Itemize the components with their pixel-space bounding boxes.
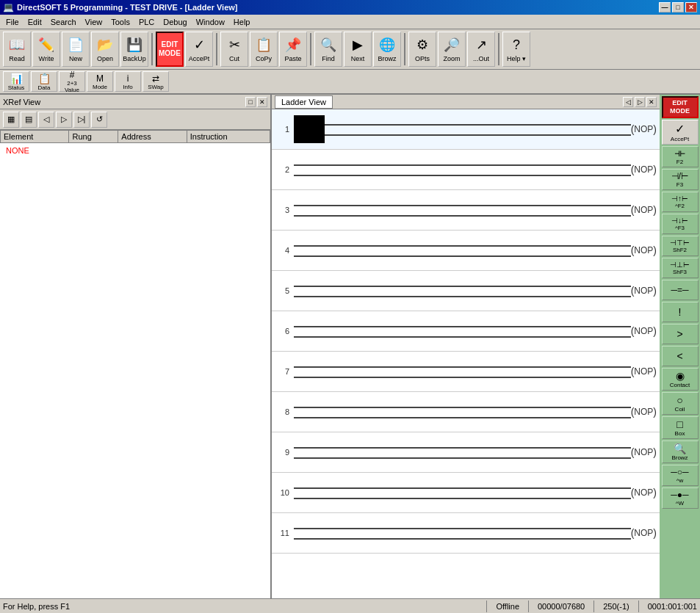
open-button[interactable]: 📂 Open <box>91 32 119 67</box>
value-label: 2+3 Value <box>59 80 84 93</box>
rung-number: 7 <box>272 367 294 376</box>
rs-greater-button[interactable]: > <box>662 324 699 344</box>
ladder-rung[interactable]: 9 ( NOP ) <box>272 432 660 473</box>
edit-mode-button[interactable]: EDITMODE <box>156 32 184 67</box>
maximize-button[interactable]: □ <box>672 2 684 12</box>
ladder-rung[interactable]: 2 ( NOP ) <box>272 150 660 190</box>
rs-less-button[interactable]: < <box>662 346 699 366</box>
rs-f2-button[interactable]: ⊣⊢ F2 <box>662 146 699 167</box>
status-divider-1 <box>486 601 487 612</box>
minimize-button[interactable]: — <box>659 2 671 12</box>
rs-shiftf2-button[interactable]: ⊣⊤⊢ ShF2 <box>662 236 699 256</box>
copy-button[interactable]: 📋 CoPy <box>250 32 278 67</box>
menu-debug[interactable]: Debug <box>159 15 191 29</box>
rs-ctrlf3-symbol: ⊣↓⊢ <box>671 217 688 225</box>
write-button[interactable]: ✏️ Write <box>32 32 60 67</box>
menu-window[interactable]: Window <box>192 15 229 29</box>
help-button[interactable]: ? Help ▾ <box>502 32 530 67</box>
ladder-rung[interactable]: 6 ( NOP ) <box>272 311 660 352</box>
ladder-rung[interactable]: 4 ( NOP ) <box>272 231 660 271</box>
ladder-rung[interactable]: 8 ( NOP ) <box>272 392 660 432</box>
ladder-rung[interactable]: 7 ( NOP ) <box>272 352 660 392</box>
browz-button[interactable]: 🌐 Browz <box>373 32 401 67</box>
backup-button[interactable]: 💾 BackUp <box>120 32 148 67</box>
value-button[interactable]: # 2+3 Value <box>59 71 85 92</box>
menu-plc[interactable]: PLC <box>134 15 159 29</box>
open-icon: 📂 <box>96 36 114 54</box>
rs-ctrlf2-button[interactable]: ⊣↑⊢ ^F2 <box>662 192 699 212</box>
rs-ctrlW-button[interactable]: ─●─ ^W <box>662 487 699 509</box>
ladder-close[interactable]: ✕ <box>646 97 657 107</box>
paste-icon: 📌 <box>284 36 302 54</box>
ladder-rung[interactable]: 5 ( NOP ) <box>272 271 660 311</box>
menu-file[interactable]: File <box>1 15 24 29</box>
rs-ctrlf3-button[interactable]: ⊣↓⊢ ^F3 <box>662 214 699 234</box>
rs-contact-button[interactable]: ◉ Contact <box>662 368 699 391</box>
rs-f3-button[interactable]: ⊣/⊢ F3 <box>662 169 699 190</box>
find-label: Find <box>322 55 335 62</box>
rs-browz-button[interactable]: 🔍 Browz <box>662 440 699 463</box>
opts-button[interactable]: ⚙ OPts <box>408 32 436 67</box>
accept-button[interactable]: ✓ AccePt <box>185 32 213 67</box>
rs-ctrlw-button[interactable]: ─○─ ^w <box>662 465 699 486</box>
xref-refresh-button[interactable]: ↺ <box>91 112 107 128</box>
rs-coil-button[interactable]: ○ Coil <box>662 392 699 415</box>
read-label: Read <box>9 55 25 62</box>
rs-accept-button[interactable]: ✓ AccePt <box>662 120 699 145</box>
info-button[interactable]: i Info <box>115 71 141 92</box>
xref-nav-back-button[interactable]: ◁ <box>38 112 54 128</box>
rs-edit-mode-button[interactable]: EDITMODE <box>662 96 699 118</box>
rung-nop: ( NOP ) <box>631 527 660 539</box>
data-button[interactable]: 📋 Data <box>31 71 57 92</box>
menu-edit[interactable]: Edit <box>24 15 46 29</box>
new-button[interactable]: 📄 New <box>62 32 90 67</box>
mode-button[interactable]: M Mode <box>87 71 113 92</box>
close-button[interactable]: ✕ <box>685 2 697 12</box>
xref-panel-header: XRef View □ ✕ <box>0 95 270 109</box>
xref-resize-button[interactable]: □ <box>245 97 256 107</box>
swap-button[interactable]: ⇄ SWap <box>142 71 169 92</box>
rs-contact-label: Contact <box>670 382 690 388</box>
nop-label: NOP <box>634 124 653 134</box>
rung-nop: ( NOP ) <box>631 366 660 377</box>
xref-close-button[interactable]: ✕ <box>257 97 267 107</box>
find-button[interactable]: 🔍 Find <box>314 32 342 67</box>
ladder-nav-right[interactable]: ▷ <box>635 97 645 107</box>
rung-number: 11 <box>272 529 294 537</box>
rung-number: 10 <box>272 488 294 497</box>
rs-equals-button[interactable]: ─=─ <box>662 280 699 300</box>
separator-2 <box>216 33 217 65</box>
out-button[interactable]: ↗ ...Out <box>467 32 495 67</box>
rs-ctrlw-label: ^w <box>676 477 684 484</box>
paste-button[interactable]: 📌 Paste <box>279 32 307 67</box>
ladder-nav-left[interactable]: ◁ <box>623 97 633 107</box>
title-bar-left: 💻 DirectSOFT 5 Programming - TEST DRIVE … <box>3 2 238 12</box>
menu-view[interactable]: View <box>81 15 107 29</box>
read-button[interactable]: 📖 Read <box>3 32 31 67</box>
xref-grid1-button[interactable]: ▦ <box>3 112 19 128</box>
menu-search[interactable]: Search <box>46 15 81 29</box>
rs-box-button[interactable]: □ Box <box>662 416 699 439</box>
xref-nav-end-button[interactable]: ▷| <box>73 112 90 128</box>
menu-tools[interactable]: Tools <box>107 15 134 29</box>
ladder-content[interactable]: 1 ( NOP ) 2 <box>272 109 660 598</box>
rung-nop: ( NOP ) <box>631 164 660 175</box>
ladder-rung[interactable]: 11 ( NOP ) <box>272 513 660 554</box>
cut-button[interactable]: ✂ Cut <box>220 32 248 67</box>
menu-help[interactable]: Help <box>229 15 255 29</box>
xref-grid2-button[interactable]: ▤ <box>21 112 37 128</box>
zoom-button[interactable]: 🔎 Zoom <box>438 32 466 67</box>
nop-label: NOP <box>634 447 653 457</box>
status-button[interactable]: 📊 Status <box>3 71 29 92</box>
rs-shiftf3-button[interactable]: ⊣⊥⊢ ShF3 <box>662 258 699 278</box>
ladder-rung[interactable]: 1 ( NOP ) <box>272 109 660 150</box>
xref-nav-fwd-button[interactable]: ▷ <box>56 112 72 128</box>
next-button[interactable]: ▶ Next <box>344 32 372 67</box>
rs-exclaim-button[interactable]: ! <box>662 302 699 322</box>
ladder-rung[interactable]: 3 ( NOP ) <box>272 190 660 231</box>
xref-title: XRef View <box>3 98 40 106</box>
ladder-rung[interactable]: 10 ( NOP ) <box>272 473 660 513</box>
write-label: Write <box>39 55 54 62</box>
edit-mode-label: EDITMODE <box>159 40 181 58</box>
next-icon: ▶ <box>349 36 367 54</box>
